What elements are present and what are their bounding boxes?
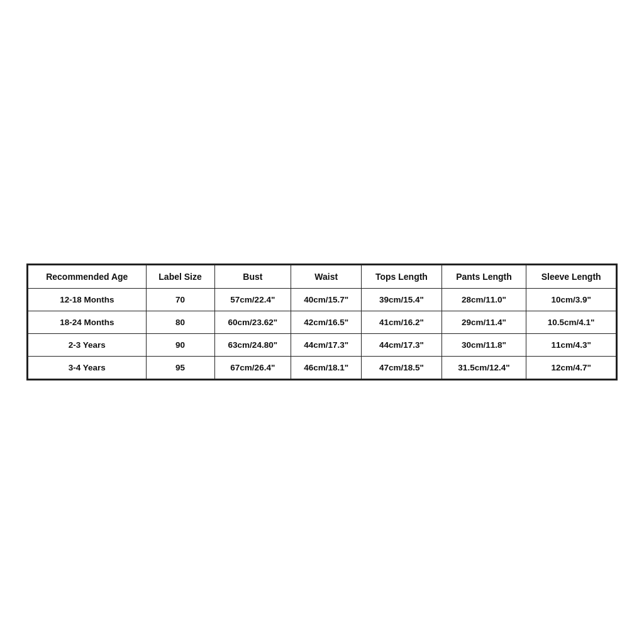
table-row: 2-3 Years9063cm/24.80"44cm/17.3"44cm/17.… <box>28 334 616 357</box>
cell-waist: 46cm/18.1" <box>291 357 362 379</box>
cell-sleeve-length: 10.5cm/4.1" <box>526 311 616 334</box>
cell-pants-length: 28cm/11.0" <box>441 289 526 311</box>
col-header-waist: Waist <box>291 265 362 289</box>
cell-tops-length: 44cm/17.3" <box>362 334 441 357</box>
cell-waist: 42cm/16.5" <box>291 311 362 334</box>
cell-age: 12-18 Months <box>28 289 147 311</box>
col-header-label-size: Label Size <box>146 265 214 289</box>
cell-pants-length: 30cm/11.8" <box>441 334 526 357</box>
cell-label-size: 80 <box>146 311 214 334</box>
cell-sleeve-length: 10cm/3.9" <box>526 289 616 311</box>
cell-sleeve-length: 12cm/4.7" <box>526 357 616 379</box>
cell-label-size: 90 <box>146 334 214 357</box>
cell-sleeve-length: 11cm/4.3" <box>526 334 616 357</box>
col-header-pants-length: Pants Length <box>441 265 526 289</box>
cell-age: 3-4 Years <box>28 357 147 379</box>
table-row: 12-18 Months7057cm/22.4"40cm/15.7"39cm/1… <box>28 289 616 311</box>
size-chart-container: Recommended Age Label Size Bust Waist To… <box>26 264 618 380</box>
col-header-bust: Bust <box>214 265 291 289</box>
cell-waist: 40cm/15.7" <box>291 289 362 311</box>
cell-bust: 67cm/26.4" <box>214 357 291 379</box>
cell-pants-length: 29cm/11.4" <box>441 311 526 334</box>
table-row: 3-4 Years9567cm/26.4"46cm/18.1"47cm/18.5… <box>28 357 616 379</box>
size-chart-table: Recommended Age Label Size Bust Waist To… <box>28 265 616 379</box>
table-row: 18-24 Months8060cm/23.62"42cm/16.5"41cm/… <box>28 311 616 334</box>
table-header-row: Recommended Age Label Size Bust Waist To… <box>28 265 616 289</box>
cell-age: 2-3 Years <box>28 334 147 357</box>
cell-tops-length: 39cm/15.4" <box>362 289 441 311</box>
cell-pants-length: 31.5cm/12.4" <box>441 357 526 379</box>
col-header-sleeve-length: Sleeve Length <box>526 265 616 289</box>
cell-tops-length: 47cm/18.5" <box>362 357 441 379</box>
cell-label-size: 70 <box>146 289 214 311</box>
cell-age: 18-24 Months <box>28 311 147 334</box>
col-header-age: Recommended Age <box>28 265 147 289</box>
col-header-tops-length: Tops Length <box>362 265 441 289</box>
cell-bust: 60cm/23.62" <box>214 311 291 334</box>
cell-waist: 44cm/17.3" <box>291 334 362 357</box>
cell-label-size: 95 <box>146 357 214 379</box>
cell-bust: 57cm/22.4" <box>214 289 291 311</box>
cell-bust: 63cm/24.80" <box>214 334 291 357</box>
cell-tops-length: 41cm/16.2" <box>362 311 441 334</box>
